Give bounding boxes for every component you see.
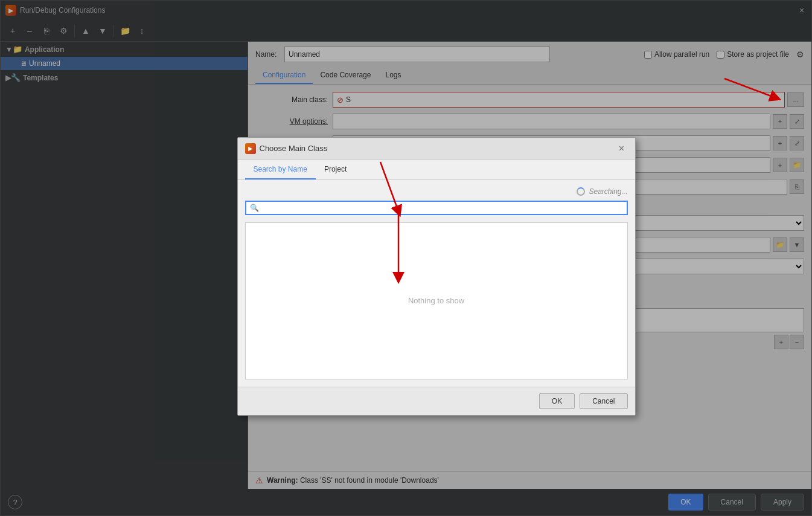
dialog-tab-project[interactable]: Project [316,160,355,179]
searching-spinner [577,187,585,196]
dialog-title-text: Choose Main Class [260,144,328,153]
dialog-search-row[interactable]: 🔍 [245,201,628,215]
dialog-body: Searching... 🔍 Nothing to show [238,180,635,387]
dialog-results-list: Nothing to show [245,222,628,379]
dialog-footer: OK Cancel [238,387,635,415]
nothing-to-show-text: Nothing to show [408,296,464,305]
dialog-app-icon: ▶ [245,143,256,154]
dialog-title-left: ▶ Choose Main Class [245,143,328,154]
dialog-cancel-button[interactable]: Cancel [580,393,627,409]
search-input[interactable] [261,204,623,212]
dialog-tab-search-by-name[interactable]: Search by Name [245,160,316,179]
dialog-title-bar: ▶ Choose Main Class × [238,138,635,160]
dialog-status-row: Searching... [245,187,628,196]
dialog-overlay: ▶ Choose Main Class × Search by Name Pro… [0,0,812,516]
svg-line-0 [724,79,776,98]
dialog-ok-button[interactable]: OK [539,393,575,409]
dialog-close-button[interactable]: × [616,143,628,155]
search-icon: 🔍 [250,204,259,212]
choose-main-class-dialog: ▶ Choose Main Class × Search by Name Pro… [237,137,636,416]
dialog-tabs: Search by Name Project [238,160,635,180]
searching-text: Searching... [589,187,627,196]
